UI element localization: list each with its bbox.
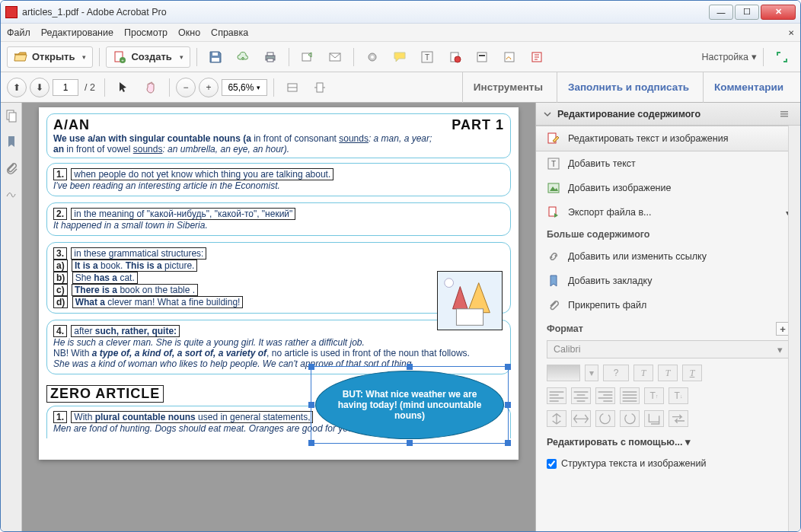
fit-page-button[interactable] xyxy=(308,77,332,98)
titlebar: articles_1.pdf - Adobe Acrobat Pro xyxy=(1,1,800,24)
customize-button[interactable]: Настройка ▾ xyxy=(701,51,757,62)
doc-intro-text: We use a/an with singular countable noun… xyxy=(53,133,504,155)
zoom-select[interactable]: 65,6% ▾ xyxy=(222,79,267,96)
edit-text-images-tool[interactable]: Редактировать текст и изображения xyxy=(536,126,800,151)
bookmark-icon xyxy=(547,274,560,288)
print-button[interactable] xyxy=(258,46,282,68)
align-right-button[interactable] xyxy=(595,387,615,404)
attach-tool[interactable]: Прикрепить файл xyxy=(536,293,800,317)
selected-ellipse-object[interactable]: BUT: What nice weather we are having tod… xyxy=(315,371,504,439)
replace-button[interactable] xyxy=(669,410,688,427)
align-center-button[interactable] xyxy=(571,387,591,404)
select-tool-button[interactable] xyxy=(111,77,136,98)
align-justify-button[interactable] xyxy=(620,387,640,404)
bookmark-icon[interactable] xyxy=(5,135,18,148)
link-tool[interactable]: Добавить или изменить ссылку xyxy=(536,244,800,269)
rotate-ccw-button[interactable] xyxy=(595,410,615,427)
stamp-button[interactable] xyxy=(442,46,467,68)
tool-gear-button[interactable] xyxy=(360,46,385,68)
save-button[interactable] xyxy=(203,46,228,68)
share-button[interactable] xyxy=(295,46,320,68)
color-dropdown[interactable]: ▾ xyxy=(585,365,598,381)
flip-h-button[interactable] xyxy=(571,410,591,427)
font-size-input[interactable]: ? xyxy=(603,365,629,381)
separator xyxy=(273,78,274,97)
redact-button[interactable] xyxy=(470,46,494,68)
zoom-in-button[interactable]: + xyxy=(199,78,219,97)
app-icon xyxy=(5,6,18,18)
superscript-button[interactable]: T↑ xyxy=(644,387,664,404)
export-tool[interactable]: Экспорт файла в... ▾ xyxy=(536,200,800,225)
separator xyxy=(104,78,105,97)
menu-edit[interactable]: Редактирование xyxy=(41,27,113,38)
edit-content-button[interactable] xyxy=(525,46,549,68)
open-button[interactable]: Открыть ▾ xyxy=(7,46,93,68)
rotate-cw-button[interactable] xyxy=(620,410,640,427)
page-down-button[interactable]: ⬇ xyxy=(30,78,49,97)
menu-window[interactable]: Окно xyxy=(178,27,200,38)
doc-heading-left: A/AN xyxy=(53,117,90,133)
transform-row xyxy=(536,407,800,430)
maximize-button[interactable] xyxy=(735,5,759,20)
thumbnails-icon[interactable] xyxy=(5,109,18,123)
clipart-image xyxy=(437,271,503,330)
create-pdf-icon: + xyxy=(113,50,126,64)
menu-view[interactable]: Просмотр xyxy=(124,27,168,38)
rule-box-2: 2. in the meaning of "какой-нибудь", "ка… xyxy=(46,202,511,236)
minimize-button[interactable] xyxy=(709,5,733,20)
zoom-out-button[interactable]: − xyxy=(176,78,196,97)
svg-point-11 xyxy=(371,56,374,59)
color-swatch[interactable] xyxy=(547,365,580,381)
edit-with-menu[interactable]: Редактировать с помощью... ▾ xyxy=(536,430,800,454)
cloud-button[interactable] xyxy=(231,46,255,68)
menu-file[interactable]: Файл xyxy=(7,27,30,38)
chevron-down-icon: ▾ xyxy=(257,84,260,91)
structure-checkbox[interactable] xyxy=(547,459,557,469)
create-button[interactable]: + Создать ▾ xyxy=(106,46,190,68)
separator xyxy=(99,48,100,66)
menubar-close-icon[interactable]: × xyxy=(788,27,794,38)
panel-scrollbar[interactable] xyxy=(788,126,800,531)
crop-button[interactable] xyxy=(644,410,664,427)
panel-menu-icon[interactable] xyxy=(779,109,790,119)
hand-icon xyxy=(144,81,158,94)
hand-tool-button[interactable] xyxy=(139,77,163,98)
fit-width-button[interactable] xyxy=(280,77,305,98)
fullscreen-button[interactable] xyxy=(770,46,794,68)
mail-button[interactable] xyxy=(323,46,347,68)
subscript-button[interactable]: T↓ xyxy=(669,387,688,404)
close-button[interactable] xyxy=(761,5,796,20)
add-image-tool[interactable]: Добавить изображение xyxy=(536,176,800,200)
flip-v-button[interactable] xyxy=(547,410,566,427)
add-text-tool[interactable]: T Добавить текст xyxy=(536,151,800,176)
menu-help[interactable]: Справка xyxy=(211,27,248,38)
text-tool-button[interactable]: T xyxy=(415,46,439,68)
comment-button[interactable] xyxy=(388,46,412,68)
attachment-icon[interactable] xyxy=(5,161,18,174)
tab-tools[interactable]: Инструменты xyxy=(462,72,554,103)
tab-fill-sign[interactable]: Заполнить и подписать xyxy=(557,72,700,103)
floppy-icon xyxy=(209,50,222,64)
stamp-icon xyxy=(448,50,461,64)
italic-button[interactable]: T xyxy=(658,365,678,381)
bold-button[interactable]: T xyxy=(633,365,653,381)
signatures-icon[interactable] xyxy=(5,186,18,200)
panel-header[interactable]: Редактирование содержимого xyxy=(536,103,800,126)
align-left-button[interactable] xyxy=(547,387,566,404)
app-window: articles_1.pdf - Adobe Acrobat Pro Файл … xyxy=(0,0,801,532)
font-select[interactable]: Calibri ▾ xyxy=(547,340,790,358)
separator xyxy=(196,48,197,66)
svg-rect-7 xyxy=(267,59,273,62)
bookmark-tool[interactable]: Добавить закладку xyxy=(536,269,800,293)
svg-rect-16 xyxy=(477,53,487,62)
underline-button[interactable]: T xyxy=(682,365,702,381)
page-up-button[interactable]: ⬆ xyxy=(7,78,27,97)
structure-checkbox-row[interactable]: Структура текста и изображений xyxy=(536,454,800,473)
svg-rect-30 xyxy=(780,113,788,115)
sign-button[interactable] xyxy=(497,46,522,68)
redact-icon xyxy=(475,50,489,64)
window-controls xyxy=(709,5,796,20)
page-number-input[interactable] xyxy=(53,79,78,96)
tab-comments[interactable]: Комментарии xyxy=(703,72,794,103)
document-viewport[interactable]: A/AN PART 1 We use a/an with singular co… xyxy=(22,103,535,531)
